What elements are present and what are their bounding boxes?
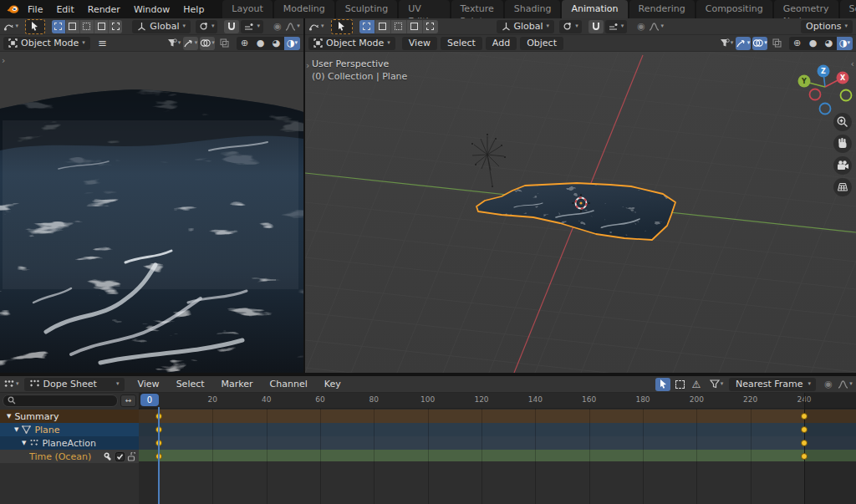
- timeline-empty-area[interactable]: [139, 461, 856, 504]
- editor-type-dopesheet-icon[interactable]: ▾: [3, 378, 19, 391]
- orthographic-toggle-button[interactable]: [833, 178, 852, 196]
- channel-row-plane[interactable]: ▼Plane: [0, 423, 139, 436]
- proportional-falloff-icon[interactable]: ▾: [285, 20, 300, 33]
- app-menu-render[interactable]: Render: [81, 0, 127, 18]
- pan-hand-button[interactable]: [833, 135, 852, 153]
- toolbar-toggle-chevron-icon[interactable]: ›: [306, 60, 309, 71]
- channel-search-input[interactable]: [3, 395, 118, 407]
- proportional-falloff-icon[interactable]: ▾: [838, 378, 853, 391]
- dope-menu-key[interactable]: Key: [318, 378, 348, 391]
- wrench-icon[interactable]: [104, 452, 113, 461]
- channel-row-planeaction[interactable]: ▼PlaneAction: [0, 436, 139, 450]
- workspace-tab-shading[interactable]: Shading: [505, 0, 561, 18]
- filter-objects-icon[interactable]: ▾: [166, 37, 181, 50]
- proportional-editing-icon[interactable]: ◉: [821, 378, 836, 391]
- wireframe-shading-icon[interactable]: ⊕: [237, 37, 252, 50]
- pivot-point-dropdown[interactable]: ▾: [196, 20, 218, 33]
- show-gizmo-icon[interactable]: ▾: [183, 37, 198, 50]
- sidebar-toggle-chevron-icon[interactable]: ‹: [851, 59, 854, 69]
- viewport-menu-add[interactable]: Add: [486, 37, 517, 50]
- tweak-tool-button[interactable]: [331, 19, 353, 34]
- pivot-point-dropdown[interactable]: ▾: [559, 20, 582, 33]
- tweak-tool-button[interactable]: [25, 19, 45, 34]
- toggle-xray-icon[interactable]: [769, 37, 784, 50]
- editor-type-3dview-icon[interactable]: ▾: [308, 20, 324, 33]
- mode-dropdown[interactable]: Object Mode▾: [308, 37, 395, 50]
- options-dropdown[interactable]: Options▾: [801, 20, 853, 33]
- editor-type-3dview-icon[interactable]: ▾: [3, 20, 18, 33]
- keyframe-planeaction-240[interactable]: [801, 440, 808, 446]
- solid-shading-icon[interactable]: ●: [805, 37, 821, 50]
- 3d-viewport[interactable]: Z X Y User Perspective (0) Collection | …: [305, 52, 856, 373]
- filter-funnel-icon[interactable]: ▾: [709, 378, 724, 391]
- dope-sheet-timeline[interactable]: 20406080100120140160180200220240 0: [139, 393, 856, 504]
- channel-band-summary[interactable]: [139, 410, 856, 423]
- dope-menu-select[interactable]: Select: [170, 378, 211, 391]
- select-mode-set-button[interactable]: [359, 20, 375, 33]
- playhead-line[interactable]: [158, 407, 160, 504]
- show-overlays-icon[interactable]: ▾: [752, 37, 767, 50]
- workspace-tab-geometry-nodes[interactable]: Geometry Nodes: [774, 0, 838, 18]
- proportional-editing-icon[interactable]: ◉: [270, 20, 285, 33]
- blender-logo-icon[interactable]: [7, 4, 19, 14]
- keyframe-plane-240[interactable]: [801, 426, 808, 433]
- workspace-tab-sculpting[interactable]: Sculpting: [336, 0, 397, 18]
- snap-target-dropdown[interactable]: ▾: [605, 20, 628, 33]
- playhead-current-frame[interactable]: 0: [140, 394, 159, 406]
- workspace-tab-layout[interactable]: Layout: [222, 0, 272, 18]
- warning-filter-icon[interactable]: ⚠: [689, 378, 704, 391]
- channel-row-time-ocean[interactable]: Time (Ocean): [0, 450, 139, 463]
- disclosure-triangle-icon[interactable]: ▼: [14, 426, 18, 433]
- select-mode-subtract-button[interactable]: [80, 20, 94, 33]
- viewport-menu-view[interactable]: View: [402, 37, 437, 50]
- rendered-shading-icon[interactable]: ◑▾: [284, 37, 300, 50]
- camera-viewport[interactable]: ›: [0, 52, 303, 373]
- disclosure-triangle-icon[interactable]: ▼: [7, 413, 11, 420]
- select-mode-extend-button[interactable]: [375, 20, 391, 33]
- dope-menu-view[interactable]: View: [131, 378, 166, 391]
- wireframe-shading-icon[interactable]: ⊕: [789, 37, 805, 50]
- dope-sheet-mode-dropdown[interactable]: Dope Sheet▾: [24, 378, 125, 391]
- workspace-tab-uv-editing[interactable]: UV Editing: [399, 0, 449, 18]
- camera-view-button[interactable]: [833, 156, 852, 175]
- select-mode-set-button[interactable]: [52, 20, 66, 33]
- filter-objects-icon[interactable]: ▾: [719, 37, 734, 50]
- solid-shading-icon[interactable]: ●: [252, 37, 268, 50]
- app-menu-edit[interactable]: Edit: [49, 0, 80, 18]
- select-mode-intersect-button[interactable]: [109, 20, 122, 33]
- material-preview-icon[interactable]: ◕: [821, 37, 837, 50]
- viewport-menu-object[interactable]: Object: [520, 37, 563, 50]
- disclosure-triangle-icon[interactable]: ▼: [22, 440, 26, 446]
- transform-orientation-dropdown[interactable]: Global▾: [497, 20, 555, 33]
- collapsed-menus-hamburger-icon[interactable]: ≡: [95, 37, 110, 50]
- workspace-tab-rendering[interactable]: Rendering: [629, 0, 695, 18]
- checkbox-icon[interactable]: [115, 452, 125, 461]
- workspace-tab-texture-paint[interactable]: Texture Paint: [451, 0, 503, 18]
- channel-band-plane[interactable]: [139, 423, 856, 436]
- snap-magnet-icon[interactable]: [224, 20, 239, 33]
- rendered-shading-icon[interactable]: ◑▾: [837, 37, 853, 50]
- frame-ruler[interactable]: 20406080100120140160180200220240: [139, 393, 856, 409]
- material-preview-icon[interactable]: ◕: [268, 37, 284, 50]
- keyframe-summary-240[interactable]: [801, 413, 808, 420]
- box-select-tool-button[interactable]: [672, 378, 687, 391]
- app-menu-help[interactable]: Help: [176, 0, 211, 18]
- app-menu-file[interactable]: File: [21, 0, 49, 18]
- unlock-icon[interactable]: [127, 452, 135, 461]
- snap-magnet-icon[interactable]: [588, 20, 604, 33]
- select-mode-invert-button[interactable]: [407, 20, 423, 33]
- sidebar-toggle-chevron-icon[interactable]: ›: [2, 55, 5, 66]
- zoom-button[interactable]: [833, 113, 852, 131]
- proportional-falloff-icon[interactable]: ▾: [649, 20, 664, 33]
- channel-row-summary[interactable]: ▼Summary: [0, 410, 139, 423]
- select-mode-extend-button[interactable]: [66, 20, 80, 33]
- select-mode-subtract-button[interactable]: [391, 20, 407, 33]
- keyframe-time-ocean-240[interactable]: [801, 453, 808, 460]
- show-overlays-icon[interactable]: ▾: [200, 37, 215, 50]
- expand-channels-button[interactable]: ↔: [120, 395, 136, 407]
- workspace-tab-compositing[interactable]: Compositing: [696, 0, 772, 18]
- dope-menu-marker[interactable]: Marker: [215, 378, 260, 391]
- proportional-editing-icon[interactable]: ◉: [634, 20, 649, 33]
- viewport-menu-select[interactable]: Select: [441, 37, 482, 50]
- mode-dropdown[interactable]: Object Mode▾: [3, 37, 90, 50]
